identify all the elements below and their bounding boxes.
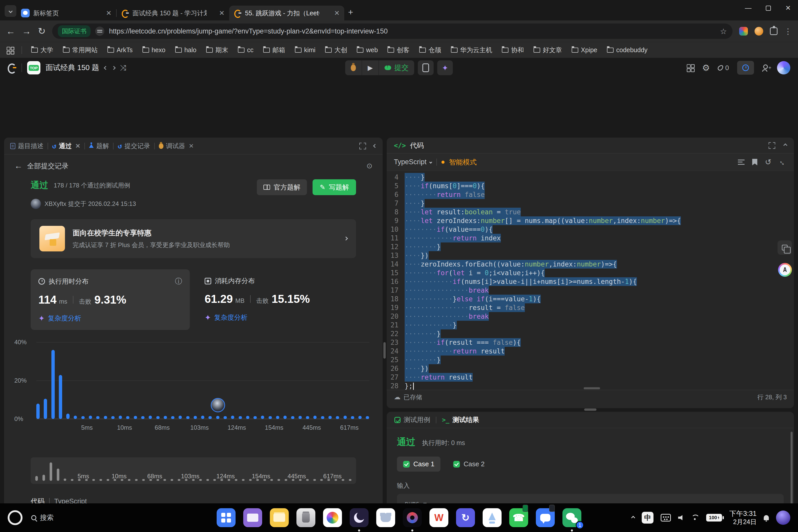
runtime-stat-card[interactable]: 执行用时分布ⓘ 114 ms 击败 9.31% ✦复杂度分析 xyxy=(31,269,190,330)
tab-search-button[interactable] xyxy=(5,5,16,17)
histogram-bar[interactable] xyxy=(52,350,55,419)
run-button[interactable]: ▶ xyxy=(362,60,378,75)
bookmark-folder[interactable]: halo xyxy=(172,46,200,54)
debug-button[interactable] xyxy=(345,60,361,75)
promo-arrow-icon[interactable] xyxy=(344,236,347,241)
dock-folder-purple[interactable] xyxy=(243,508,262,527)
clock[interactable]: 下午3:31 2月24日 xyxy=(729,510,757,526)
dock-browser-dark[interactable] xyxy=(350,508,368,527)
chart-brush-minimap[interactable]: 5ms10ms68ms103ms124ms154ms445ms617ms xyxy=(31,457,356,484)
histogram-bar[interactable] xyxy=(231,416,234,419)
histogram-bar[interactable] xyxy=(328,416,332,419)
bookmark-star-icon[interactable]: ☆ xyxy=(720,27,727,36)
histogram-bar[interactable] xyxy=(134,416,137,419)
volume-icon[interactable] xyxy=(678,515,684,521)
tab-close-icon[interactable]: ✕ xyxy=(75,142,80,150)
histogram-bar[interactable] xyxy=(186,416,190,419)
dock-files[interactable] xyxy=(270,508,289,527)
case-2-button[interactable]: Case 2 xyxy=(447,457,491,472)
notes-button[interactable] xyxy=(418,60,434,75)
dock-wps[interactable]: W xyxy=(430,508,448,527)
submit-button[interactable]: 提交 xyxy=(379,60,414,75)
author-name[interactable]: XBXyftx xyxy=(44,200,66,207)
histogram-bar[interactable] xyxy=(66,414,70,419)
tab-close-icon[interactable]: ✕ xyxy=(219,9,225,17)
complexity-analysis-link[interactable]: ✦复杂度分析 xyxy=(205,313,348,322)
histogram-bar[interactable] xyxy=(269,416,272,419)
expand-editor-icon[interactable]: ↔ xyxy=(777,156,788,168)
test-panel-scrollbar[interactable] xyxy=(791,432,793,509)
complexity-analysis-link[interactable]: ✦复杂度分析 xyxy=(38,314,182,323)
dock-app-swirl[interactable] xyxy=(403,508,422,527)
histogram-bar[interactable] xyxy=(208,416,212,419)
bookmark-folder[interactable]: 大创 xyxy=(322,46,350,54)
next-problem-button[interactable] xyxy=(112,66,115,69)
bookmark-folder[interactable]: 邮箱 xyxy=(260,46,288,54)
timer-button[interactable] xyxy=(737,61,754,75)
bookmark-folder[interactable]: Xpipe xyxy=(569,46,600,54)
reset-code-icon[interactable]: ↺ xyxy=(765,157,772,167)
tab-problem-description[interactable]: 题目描述 xyxy=(10,142,43,150)
histogram-bar[interactable] xyxy=(156,416,159,419)
dock-browser-circle[interactable]: ↻ xyxy=(456,508,475,527)
editor-horizontal-scrollbar[interactable] xyxy=(584,387,600,389)
share-link-icon[interactable]: ⊙ xyxy=(366,162,373,170)
study-plan-title[interactable]: 面试经典 150 题 xyxy=(45,63,99,73)
wifi-icon[interactable] xyxy=(691,515,699,521)
bookmark-folder[interactable]: 协和 xyxy=(499,46,527,54)
battery-indicator[interactable]: 100 xyxy=(706,514,722,521)
histogram-bar[interactable] xyxy=(171,416,174,419)
histogram-bar[interactable] xyxy=(149,416,152,419)
bookmark-folder[interactable]: hexo xyxy=(139,46,169,54)
memory-stat-card[interactable]: 消耗内存分布 61.29 MB 击败 15.15% ✦复杂度分析 xyxy=(197,269,356,330)
histogram-bar[interactable] xyxy=(351,416,354,419)
collapse-panel-icon[interactable] xyxy=(783,144,787,148)
dock-app-launch[interactable] xyxy=(483,508,501,527)
dock-messages[interactable] xyxy=(536,508,555,527)
prev-problem-button[interactable] xyxy=(104,66,107,69)
browser-tab-studyplan[interactable]: 面试经典 150 题 - 学习计划 ✕ xyxy=(117,6,229,20)
url-text[interactable]: https://leetcode.cn/problems/jump-game/?… xyxy=(109,27,716,35)
user-avatar[interactable] xyxy=(777,61,790,74)
histogram-bar[interactable] xyxy=(141,416,145,419)
bookmark-folder[interactable]: 期末 xyxy=(203,46,231,54)
bookmark-folder[interactable]: 华为云主机 xyxy=(448,46,495,54)
invite-user-icon[interactable] xyxy=(762,64,769,71)
browser-tab-newtab[interactable]: 新标签页 ✕ xyxy=(16,6,116,20)
editor-code-area[interactable]: A 4····}5····if(nums[0]===0){6········re… xyxy=(387,171,794,390)
tab-submissions[interactable]: ↺提交记录 xyxy=(118,142,150,150)
dock-trash[interactable] xyxy=(297,508,315,527)
close-button[interactable]: ✕ xyxy=(785,4,791,12)
shuffle-icon[interactable]: ⤨ xyxy=(120,63,126,72)
fullscreen-icon[interactable] xyxy=(768,142,775,149)
histogram-bar[interactable] xyxy=(59,375,62,419)
write-solution-button[interactable]: ✎写题解 xyxy=(312,179,356,195)
bookmark-folder[interactable]: cc xyxy=(235,46,256,54)
histogram-bar[interactable] xyxy=(366,416,369,419)
histogram-bar[interactable] xyxy=(291,416,294,419)
dock-wechat[interactable]: 1 xyxy=(563,508,581,527)
editor-side-compare-button[interactable] xyxy=(778,241,792,255)
dock-phone[interactable]: ☎ xyxy=(509,508,528,527)
gear-icon[interactable]: ⚙ xyxy=(702,63,710,73)
histogram-bar[interactable] xyxy=(111,416,115,419)
histogram-bar[interactable] xyxy=(36,404,40,419)
histogram-bar[interactable] xyxy=(194,416,197,419)
maximize-button[interactable] xyxy=(766,6,771,11)
bookmark-folder[interactable]: 大学 xyxy=(28,46,56,54)
histogram-bar[interactable] xyxy=(201,416,204,419)
extensions-puzzle-icon[interactable] xyxy=(770,27,778,35)
histogram-bar[interactable] xyxy=(261,416,264,419)
bookmark-folder[interactable]: ArkTs xyxy=(104,46,136,54)
back-label[interactable]: 全部提交记录 xyxy=(27,162,69,171)
histogram-bar[interactable] xyxy=(276,416,279,419)
chart-avatar-marker[interactable] xyxy=(211,398,225,412)
horizontal-split-handle[interactable] xyxy=(584,408,596,411)
apps-grid-icon[interactable] xyxy=(7,47,13,54)
tab-debugger[interactable]: 调试器✕ xyxy=(159,142,194,150)
histogram-bar[interactable] xyxy=(44,399,47,419)
bookmark-folder[interactable]: kimi xyxy=(292,46,319,54)
bookmark-folder[interactable]: 好文章 xyxy=(530,46,565,54)
histogram-bar[interactable] xyxy=(104,416,107,419)
address-bar[interactable]: 国际证书 https://leetcode.cn/problems/jump-g… xyxy=(52,23,733,39)
